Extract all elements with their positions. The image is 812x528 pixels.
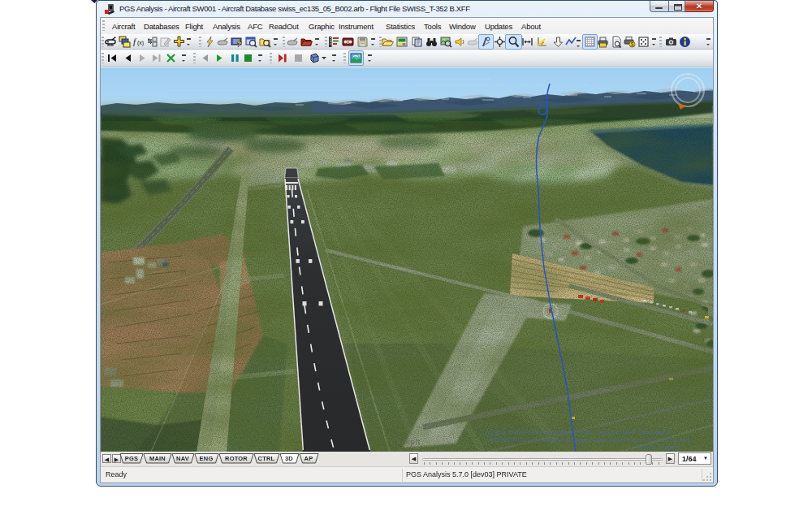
svg-text:ROTOR: ROTOR [225,455,248,462]
svg-text:CTRL: CTRL [258,455,275,462]
svg-text:GMTED2010 U.S. Geological Surv: GMTED2010 U.S. Geological Survey, Data S… [490,436,693,444]
svg-text:Cockpit: Cockpit [391,438,421,446]
svg-text:PGS: PGS [125,455,138,462]
svg-text:MAIN: MAIN [149,455,166,462]
svg-text:AP: AP [304,455,313,462]
svg-text:(c) Blue Marble Next Generatio: (c) Blue Marble Next Generation (2004) -… [486,429,670,436]
svg-text:ENG: ENG [200,455,214,462]
svg-text:NAV: NAV [176,455,189,462]
svg-text:Google imagery: Google imagery [637,444,680,451]
svg-text:3D: 3D [285,455,293,462]
